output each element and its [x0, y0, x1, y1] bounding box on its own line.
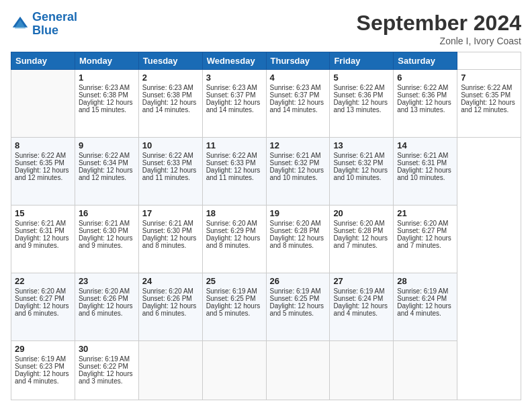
sunset-label: Sunset: 6:25 PM [206, 295, 256, 302]
day-number: 20 [333, 208, 390, 218]
daylight-label: Daylight: 12 hours and 8 minutes. [270, 234, 324, 249]
day-number: 12 [270, 140, 326, 150]
day-number: 6 [397, 73, 453, 83]
sunset-label: Sunset: 6:31 PM [15, 227, 64, 234]
daylight-label: Daylight: 12 hours and 9 minutes. [15, 234, 69, 249]
calendar-day-14: 14 Sunrise: 6:21 AM Sunset: 6:31 PM Dayl… [394, 137, 457, 205]
day-number: 21 [397, 208, 453, 218]
sunrise-label: Sunrise: 6:19 AM [397, 287, 448, 295]
sunrise-label: Sunrise: 6:19 AM [15, 355, 66, 363]
daylight-label: Daylight: 12 hours and 14 minutes. [206, 99, 261, 113]
daylight-label: Daylight: 12 hours and 5 minutes. [206, 302, 261, 317]
daylight-label: Daylight: 12 hours and 5 minutes. [270, 302, 324, 317]
daylight-label: Daylight: 12 hours and 14 minutes. [142, 99, 197, 113]
sunset-label: Sunset: 6:38 PM [142, 91, 192, 99]
sunset-label: Sunset: 6:24 PM [333, 295, 383, 302]
day-number: 11 [206, 140, 263, 150]
page: General Blue September 2024 Zonle I, Ivo… [0, 0, 532, 411]
sunrise-label: Sunrise: 6:22 AM [206, 152, 257, 159]
sunset-label: Sunset: 6:27 PM [397, 227, 447, 234]
day-number: 3 [206, 73, 263, 83]
daylight-label: Daylight: 12 hours and 3 minutes. [79, 370, 133, 385]
empty-cell [394, 340, 457, 400]
day-number: 26 [270, 276, 326, 286]
daylight-label: Daylight: 12 hours and 10 minutes. [397, 167, 451, 181]
sunset-label: Sunset: 6:26 PM [142, 295, 192, 302]
day-number: 10 [142, 140, 199, 150]
calendar-day-21: 21 Sunrise: 6:20 AM Sunset: 6:27 PM Dayl… [394, 205, 457, 273]
calendar-day-11: 11 Sunrise: 6:22 AM Sunset: 6:33 PM Dayl… [202, 137, 266, 205]
calendar-day-10: 10 Sunrise: 6:22 AM Sunset: 6:33 PM Dayl… [138, 137, 202, 205]
sunrise-label: Sunrise: 6:20 AM [270, 220, 321, 227]
calendar-day-13: 13 Sunrise: 6:21 AM Sunset: 6:32 PM Dayl… [330, 137, 394, 205]
sunset-label: Sunset: 6:37 PM [270, 91, 320, 99]
sunset-label: Sunset: 6:22 PM [79, 363, 128, 370]
daylight-label: Daylight: 12 hours and 10 minutes. [333, 167, 388, 181]
sunrise-label: Sunrise: 6:21 AM [333, 152, 384, 159]
day-number: 18 [206, 208, 263, 218]
sunrise-label: Sunrise: 6:22 AM [142, 152, 193, 159]
day-number: 30 [79, 344, 135, 354]
calendar-day-28: 28 Sunrise: 6:19 AM Sunset: 6:24 PM Dayl… [394, 273, 457, 340]
calendar-day-19: 19 Sunrise: 6:20 AM Sunset: 6:28 PM Dayl… [266, 205, 330, 273]
daylight-label: Daylight: 12 hours and 15 minutes. [79, 99, 133, 113]
calendar-day-26: 26 Sunrise: 6:19 AM Sunset: 6:25 PM Dayl… [266, 273, 330, 340]
daylight-label: Daylight: 12 hours and 12 minutes. [79, 167, 133, 181]
sunrise-label: Sunrise: 6:20 AM [206, 220, 257, 227]
sunset-label: Sunset: 6:28 PM [333, 227, 383, 234]
sunrise-label: Sunrise: 6:20 AM [142, 287, 193, 295]
calendar-day-4: 4 Sunrise: 6:23 AM Sunset: 6:37 PM Dayli… [266, 70, 330, 138]
sunrise-label: Sunrise: 6:21 AM [79, 220, 130, 227]
sunrise-label: Sunrise: 6:21 AM [270, 152, 321, 159]
calendar-day-3: 3 Sunrise: 6:23 AM Sunset: 6:37 PM Dayli… [202, 70, 266, 138]
day-number: 1 [79, 73, 135, 83]
day-number: 9 [79, 140, 135, 150]
sunset-label: Sunset: 6:30 PM [79, 227, 128, 234]
daylight-label: Daylight: 12 hours and 12 minutes. [461, 99, 515, 113]
sunset-label: Sunset: 6:28 PM [270, 227, 320, 234]
sunset-label: Sunset: 6:33 PM [142, 159, 192, 167]
calendar-day-6: 6 Sunrise: 6:22 AM Sunset: 6:36 PM Dayli… [394, 70, 457, 138]
calendar-header-tuesday: Tuesday [138, 52, 202, 70]
sunrise-label: Sunrise: 6:23 AM [270, 84, 321, 91]
sunrise-label: Sunrise: 6:20 AM [79, 287, 130, 295]
daylight-label: Daylight: 12 hours and 7 minutes. [397, 234, 451, 249]
day-number: 22 [15, 276, 71, 286]
calendar-day-30: 30 Sunrise: 6:19 AM Sunset: 6:22 PM Dayl… [75, 340, 138, 400]
sunrise-label: Sunrise: 6:21 AM [142, 220, 193, 227]
day-number: 24 [142, 276, 199, 286]
sunset-label: Sunset: 6:24 PM [397, 295, 447, 302]
header: General Blue September 2024 Zonle I, Ivo… [11, 11, 521, 46]
sunset-label: Sunset: 6:36 PM [397, 91, 447, 99]
sunset-label: Sunset: 6:35 PM [15, 159, 64, 167]
sunset-label: Sunset: 6:37 PM [206, 91, 256, 99]
sunset-label: Sunset: 6:23 PM [15, 363, 64, 370]
day-number: 15 [15, 208, 71, 218]
calendar-day-7: 7 Sunrise: 6:22 AM Sunset: 6:35 PM Dayli… [457, 70, 521, 138]
empty-cell [266, 340, 330, 400]
calendar-day-8: 8 Sunrise: 6:22 AM Sunset: 6:35 PM Dayli… [11, 137, 75, 205]
day-number: 5 [333, 73, 390, 83]
day-number: 17 [142, 208, 199, 218]
day-number: 28 [397, 276, 453, 286]
sunrise-label: Sunrise: 6:20 AM [15, 287, 66, 295]
calendar-header-thursday: Thursday [266, 52, 330, 70]
day-number: 25 [206, 276, 263, 286]
empty-cell [11, 70, 75, 138]
sunset-label: Sunset: 6:32 PM [270, 159, 320, 167]
sunset-label: Sunset: 6:36 PM [333, 91, 383, 99]
sunrise-label: Sunrise: 6:23 AM [142, 84, 193, 91]
day-number: 8 [15, 140, 71, 150]
empty-cell [138, 340, 202, 400]
sunset-label: Sunset: 6:25 PM [270, 295, 320, 302]
sunset-label: Sunset: 6:34 PM [79, 159, 128, 167]
calendar-day-29: 29 Sunrise: 6:19 AM Sunset: 6:23 PM Dayl… [11, 340, 75, 400]
daylight-label: Daylight: 12 hours and 13 minutes. [397, 99, 451, 113]
calendar-day-5: 5 Sunrise: 6:22 AM Sunset: 6:36 PM Dayli… [330, 70, 394, 138]
daylight-label: Daylight: 12 hours and 9 minutes. [79, 234, 133, 249]
calendar-day-2: 2 Sunrise: 6:23 AM Sunset: 6:38 PM Dayli… [138, 70, 202, 138]
daylight-label: Daylight: 12 hours and 13 minutes. [333, 99, 388, 113]
day-number: 7 [461, 73, 517, 83]
sunrise-label: Sunrise: 6:23 AM [206, 84, 257, 91]
title-block: September 2024 Zonle I, Ivory Coast [357, 11, 521, 46]
